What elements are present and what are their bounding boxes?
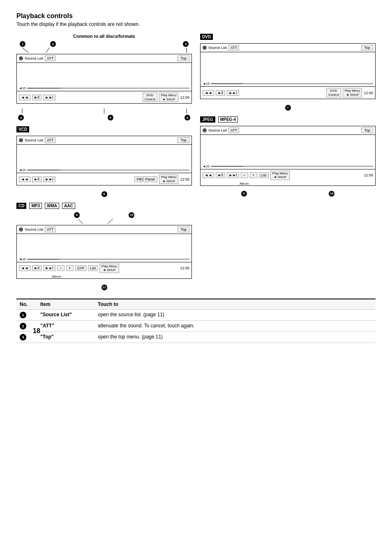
common-section-label: Common to all discs/formats bbox=[16, 34, 192, 39]
play-pause-button[interactable]: ►ll bbox=[32, 95, 42, 100]
jpeg-prev-button[interactable]: ◄◄ bbox=[203, 172, 214, 178]
cd-play-menu-button[interactable]: Play Menu ◄ SHUF bbox=[99, 264, 119, 273]
vcd-source-icon bbox=[19, 138, 23, 142]
common-top-bar: Source List ATT Top bbox=[17, 54, 191, 63]
pbc-panel-button[interactable]: PBC Panel bbox=[134, 176, 157, 182]
vcd-source-list-label[interactable]: Source List bbox=[25, 138, 43, 142]
vcd-badge: VCD bbox=[16, 126, 29, 132]
vcd-track-bar-area: ◄15 bbox=[17, 167, 191, 173]
table-cell-desc-1: open the source list. (page 11) bbox=[95, 309, 376, 320]
vcd-top-button[interactable]: Top bbox=[178, 137, 189, 143]
dvd-section: DVD Source List ATT Top ◄15 bbox=[200, 34, 376, 111]
cd-source-icon bbox=[19, 227, 23, 232]
jpeg-top-button[interactable]: Top bbox=[361, 127, 373, 133]
dvd-control-btn[interactable]: DVD Control bbox=[326, 88, 341, 97]
dvd-player-screen: Source List ATT Top ◄15 ◄◄ ►ll ► bbox=[200, 43, 376, 99]
dvd-next-button[interactable]: ►►l bbox=[227, 90, 239, 96]
table-row: 2 "ATT" attenuate the sound. To cancel, … bbox=[16, 320, 376, 331]
prev-button[interactable]: ◄◄ bbox=[19, 95, 30, 100]
dvd-source-list-label[interactable]: Source List bbox=[208, 46, 227, 50]
annotation-8-area: 8 bbox=[16, 190, 192, 197]
dvd-time-display: 12:00 bbox=[364, 91, 373, 95]
annotation-8: 8 bbox=[101, 191, 107, 197]
aac-badge: AAC bbox=[62, 203, 75, 209]
dvd-formats-row: DVD bbox=[200, 34, 376, 42]
jpeg-top-bar: Source List ATT Top bbox=[201, 126, 375, 135]
cd-player-screen: Source List ATT Top ◄15 ◄◄ ►ll ► bbox=[16, 225, 192, 279]
dvd-top-button[interactable]: Top bbox=[361, 45, 373, 51]
cd-list-button[interactable]: List bbox=[88, 265, 98, 271]
jpeg-source-icon bbox=[203, 128, 207, 132]
cd-next-button[interactable]: ►►l bbox=[43, 265, 55, 271]
vcd-top-bar: Source List ATT Top bbox=[17, 136, 191, 145]
vcd-track-bar[interactable] bbox=[27, 169, 189, 171]
dvd-track-bar[interactable] bbox=[211, 83, 373, 84]
annotation-9-cd: 9 bbox=[74, 212, 80, 218]
cd-minus-button[interactable]: – bbox=[57, 265, 65, 271]
annotation-11-area: 11 bbox=[16, 284, 192, 290]
dvd-display-area bbox=[201, 52, 375, 81]
common-diagram: 1 2 3 Source List ATT Top bbox=[16, 41, 192, 120]
jpeg-play-pause-button[interactable]: ►ll bbox=[216, 172, 225, 178]
vcd-prev-button[interactable]: ◄◄ bbox=[19, 176, 30, 182]
source-list-label[interactable]: Source List bbox=[25, 56, 43, 60]
cd-prev-button[interactable]: ◄◄ bbox=[19, 265, 30, 271]
table-cell-desc-3: open the top menu. (page 11) bbox=[95, 331, 376, 343]
mp3-badge: MP3 bbox=[29, 203, 42, 209]
annotation-5: 5 bbox=[108, 115, 113, 120]
dvd-controls-bar: ◄◄ ►ll ►►l DVD Control Play Menu ◄ SHUF … bbox=[201, 86, 375, 99]
table-cell-desc-2: attenuate the sound. To cancel, touch ag… bbox=[95, 320, 376, 331]
annotation-1: 1 bbox=[20, 41, 25, 47]
cd-att-button[interactable]: ATT bbox=[45, 227, 55, 232]
cd-track-bar[interactable] bbox=[27, 259, 189, 260]
vcd-att-button[interactable]: ATT bbox=[45, 137, 55, 143]
table-cell-item-2: "ATT" bbox=[37, 320, 95, 331]
dvd-control-button[interactable]: DVD Control bbox=[143, 93, 157, 102]
table-cell-no-1: 1 bbox=[16, 309, 37, 320]
vcd-play-menu-button[interactable]: Play Menu ◄ SHUF bbox=[159, 174, 179, 184]
annotation-6: 6 bbox=[184, 115, 190, 120]
jpeg-source-list-label[interactable]: Source List bbox=[208, 128, 227, 132]
dvd-badge: DVD bbox=[200, 34, 213, 40]
jpeg-list-button[interactable]: List bbox=[259, 172, 269, 178]
jpeg-play-menu-button[interactable]: Play Menu ◄ SHUF bbox=[270, 171, 290, 180]
info-table: No. Item Touch to 1 "Source List" open t… bbox=[16, 299, 376, 343]
cd-plus-button[interactable]: + bbox=[66, 265, 74, 271]
cd-play-pause-button[interactable]: ►ll bbox=[32, 265, 42, 271]
jpeg-time-display: 12:00 bbox=[364, 173, 373, 177]
next-button[interactable]: ►►l bbox=[43, 95, 55, 100]
item-name-3: "Top" bbox=[40, 334, 53, 340]
jpeg-album-label: Album bbox=[238, 182, 375, 185]
mpeg4-badge: MPEG-4 bbox=[218, 116, 238, 123]
annotation-7-area: 7 bbox=[200, 104, 376, 111]
dvd-prev-button[interactable]: ◄◄ bbox=[203, 90, 214, 96]
dvd-play-menu-button[interactable]: Play Menu ◄ SHUF bbox=[343, 88, 362, 97]
svg-line-7 bbox=[108, 219, 113, 224]
jpeg-display-area bbox=[201, 135, 375, 164]
jpeg-minus-button[interactable]: – bbox=[241, 172, 248, 178]
jpeg-track-bar[interactable] bbox=[211, 166, 373, 167]
vcd-play-pause-button[interactable]: ►ll bbox=[32, 176, 42, 182]
source-icon bbox=[19, 56, 23, 60]
cd-top-button[interactable]: Top bbox=[178, 227, 189, 232]
common-track-bar-area: ◄15 bbox=[17, 86, 191, 91]
annotation-3: 3 bbox=[183, 41, 189, 47]
cd-source-list-label[interactable]: Source List bbox=[25, 227, 43, 232]
time-display: 12:00 bbox=[180, 95, 189, 100]
jpeg-next-button[interactable]: ►►l bbox=[227, 172, 239, 178]
vcd-next-button[interactable]: ►►l bbox=[43, 176, 55, 182]
dvd-att-button[interactable]: ATT bbox=[228, 45, 239, 51]
cd-zap-button[interactable]: ZAP bbox=[75, 265, 87, 271]
jpeg-att-button[interactable]: ATT bbox=[228, 127, 239, 133]
track-progress-bar[interactable] bbox=[27, 88, 189, 89]
att-button[interactable]: ATT bbox=[45, 56, 55, 61]
top-button[interactable]: Top bbox=[178, 56, 189, 61]
cd-section: CD MP3 WMA AAC 9 10 Source bbox=[16, 203, 192, 290]
dvd-play-pause-button[interactable]: ►ll bbox=[216, 90, 225, 96]
jpeg-controls-bar: ◄◄ ►ll ►►l – + List Play Menu ◄ SHUF 12:… bbox=[201, 169, 375, 181]
annotation-lines-bottom bbox=[16, 109, 192, 114]
row-badge-3: 3 bbox=[20, 334, 26, 341]
play-menu-button[interactable]: Play Menu ◄ SHUF bbox=[159, 93, 179, 102]
jpeg-plus-button[interactable]: + bbox=[250, 172, 257, 178]
vcd-player-screen: Source List ATT Top ◄15 ◄◄ ►ll ► bbox=[16, 136, 192, 185]
